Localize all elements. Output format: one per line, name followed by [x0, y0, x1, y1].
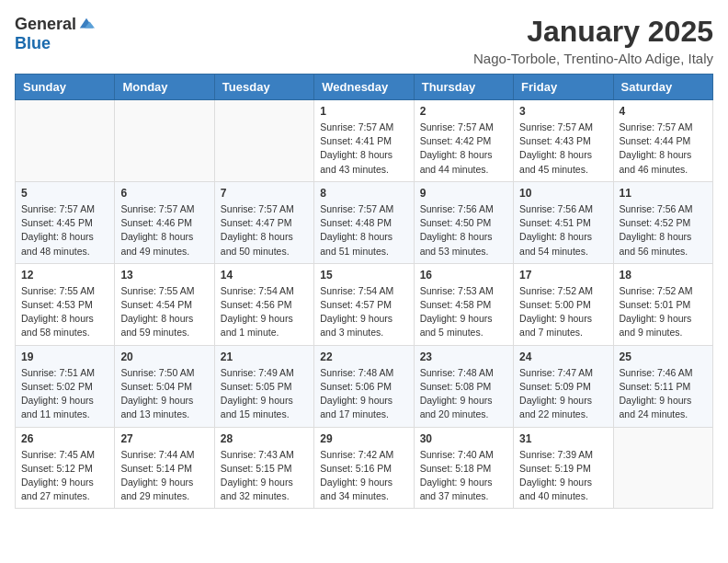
day-info: Sunrise: 7:40 AM Sunset: 5:18 PM Dayligh… — [420, 448, 507, 504]
day-info: Sunrise: 7:55 AM Sunset: 4:54 PM Dayligh… — [120, 284, 208, 340]
calendar-day-cell: 5Sunrise: 7:57 AM Sunset: 4:45 PM Daylig… — [16, 181, 115, 263]
day-number: 17 — [519, 269, 607, 282]
day-info: Sunrise: 7:55 AM Sunset: 4:53 PM Dayligh… — [21, 284, 108, 340]
calendar-day-cell: 14Sunrise: 7:54 AM Sunset: 4:56 PM Dayli… — [214, 263, 313, 345]
calendar-week-row: 5Sunrise: 7:57 AM Sunset: 4:45 PM Daylig… — [16, 181, 713, 263]
calendar-day-cell: 27Sunrise: 7:44 AM Sunset: 5:14 PM Dayli… — [115, 427, 214, 509]
day-info: Sunrise: 7:43 AM Sunset: 5:15 PM Dayligh… — [221, 448, 308, 504]
day-number: 11 — [620, 187, 707, 200]
calendar-day-cell: 15Sunrise: 7:54 AM Sunset: 4:57 PM Dayli… — [314, 263, 414, 345]
day-info: Sunrise: 7:44 AM Sunset: 5:14 PM Dayligh… — [120, 448, 208, 504]
calendar-day-cell: 20Sunrise: 7:50 AM Sunset: 5:04 PM Dayli… — [115, 345, 214, 427]
logo-blue-text: Blue — [15, 34, 51, 53]
weekday-header-cell: Monday — [115, 75, 214, 100]
calendar-week-row: 19Sunrise: 7:51 AM Sunset: 5:02 PM Dayli… — [16, 345, 713, 427]
day-number: 24 — [519, 350, 607, 363]
day-info: Sunrise: 7:52 AM Sunset: 5:00 PM Dayligh… — [519, 284, 607, 340]
calendar-day-cell: 22Sunrise: 7:48 AM Sunset: 5:06 PM Dayli… — [314, 345, 414, 427]
day-number: 21 — [221, 350, 308, 363]
day-info: Sunrise: 7:57 AM Sunset: 4:41 PM Dayligh… — [320, 121, 407, 177]
calendar-week-row: 12Sunrise: 7:55 AM Sunset: 4:53 PM Dayli… — [16, 263, 713, 345]
day-info: Sunrise: 7:57 AM Sunset: 4:48 PM Dayligh… — [320, 202, 407, 259]
day-info: Sunrise: 7:57 AM Sunset: 4:43 PM Dayligh… — [519, 121, 607, 177]
calendar-day-cell: 16Sunrise: 7:53 AM Sunset: 4:58 PM Dayli… — [414, 263, 513, 345]
calendar-day-cell — [115, 100, 214, 182]
day-number: 14 — [221, 269, 308, 282]
calendar-day-cell: 19Sunrise: 7:51 AM Sunset: 5:02 PM Dayli… — [16, 345, 115, 427]
day-info: Sunrise: 7:54 AM Sunset: 4:57 PM Dayligh… — [320, 284, 407, 340]
day-info: Sunrise: 7:53 AM Sunset: 4:58 PM Dayligh… — [420, 284, 507, 340]
calendar-week-row: 26Sunrise: 7:45 AM Sunset: 5:12 PM Dayli… — [16, 427, 713, 509]
calendar-title: January 2025 — [473, 15, 713, 49]
day-number: 22 — [320, 350, 407, 363]
calendar-day-cell: 25Sunrise: 7:46 AM Sunset: 5:11 PM Dayli… — [613, 345, 712, 427]
day-number: 27 — [120, 432, 208, 445]
day-number: 5 — [21, 187, 108, 200]
day-number: 7 — [221, 187, 308, 200]
calendar-day-cell: 4Sunrise: 7:57 AM Sunset: 4:44 PM Daylig… — [613, 100, 712, 182]
day-number: 31 — [519, 432, 607, 445]
day-number: 6 — [120, 187, 208, 200]
day-number: 8 — [320, 187, 407, 200]
day-number: 18 — [620, 269, 707, 282]
page-header: General Blue January 2025 Nago-Torbole, … — [15, 15, 713, 66]
day-number: 23 — [420, 350, 507, 363]
day-number: 30 — [420, 432, 507, 445]
day-info: Sunrise: 7:57 AM Sunset: 4:46 PM Dayligh… — [120, 202, 208, 259]
day-info: Sunrise: 7:52 AM Sunset: 5:01 PM Dayligh… — [620, 284, 707, 340]
day-info: Sunrise: 7:56 AM Sunset: 4:52 PM Dayligh… — [620, 202, 707, 259]
day-info: Sunrise: 7:54 AM Sunset: 4:56 PM Dayligh… — [221, 284, 308, 340]
day-info: Sunrise: 7:42 AM Sunset: 5:16 PM Dayligh… — [320, 448, 407, 504]
calendar-day-cell: 9Sunrise: 7:56 AM Sunset: 4:50 PM Daylig… — [414, 181, 513, 263]
day-info: Sunrise: 7:48 AM Sunset: 5:06 PM Dayligh… — [320, 366, 407, 422]
day-number: 9 — [420, 187, 507, 200]
day-info: Sunrise: 7:57 AM Sunset: 4:44 PM Dayligh… — [620, 121, 707, 177]
calendar-day-cell: 7Sunrise: 7:57 AM Sunset: 4:47 PM Daylig… — [214, 181, 313, 263]
day-number: 4 — [620, 105, 707, 118]
day-info: Sunrise: 7:56 AM Sunset: 4:50 PM Dayligh… — [420, 202, 507, 259]
day-info: Sunrise: 7:51 AM Sunset: 5:02 PM Dayligh… — [21, 366, 108, 422]
calendar-body: 1Sunrise: 7:57 AM Sunset: 4:41 PM Daylig… — [16, 100, 713, 509]
day-number: 26 — [21, 432, 108, 445]
day-number: 2 — [420, 105, 507, 118]
calendar-week-row: 1Sunrise: 7:57 AM Sunset: 4:41 PM Daylig… — [16, 100, 713, 182]
day-info: Sunrise: 7:39 AM Sunset: 5:19 PM Dayligh… — [519, 448, 607, 504]
logo: General Blue — [15, 15, 95, 53]
day-number: 1 — [320, 105, 407, 118]
calendar-day-cell: 21Sunrise: 7:49 AM Sunset: 5:05 PM Dayli… — [214, 345, 313, 427]
calendar-day-cell: 8Sunrise: 7:57 AM Sunset: 4:48 PM Daylig… — [314, 181, 414, 263]
day-info: Sunrise: 7:46 AM Sunset: 5:11 PM Dayligh… — [620, 366, 707, 422]
calendar-day-cell: 1Sunrise: 7:57 AM Sunset: 4:41 PM Daylig… — [314, 100, 414, 182]
day-info: Sunrise: 7:49 AM Sunset: 5:05 PM Dayligh… — [221, 366, 308, 422]
weekday-header-cell: Wednesday — [314, 75, 414, 100]
calendar-day-cell: 10Sunrise: 7:56 AM Sunset: 4:51 PM Dayli… — [514, 181, 613, 263]
calendar-day-cell: 17Sunrise: 7:52 AM Sunset: 5:00 PM Dayli… — [514, 263, 613, 345]
calendar-table: SundayMondayTuesdayWednesdayThursdayFrid… — [15, 74, 713, 509]
calendar-day-cell: 2Sunrise: 7:57 AM Sunset: 4:42 PM Daylig… — [414, 100, 513, 182]
day-number: 19 — [21, 350, 108, 363]
day-number: 10 — [519, 187, 607, 200]
day-info: Sunrise: 7:45 AM Sunset: 5:12 PM Dayligh… — [21, 448, 108, 504]
weekday-header-cell: Friday — [514, 75, 613, 100]
calendar-day-cell — [16, 100, 115, 182]
day-info: Sunrise: 7:57 AM Sunset: 4:47 PM Dayligh… — [221, 202, 308, 259]
day-number: 12 — [21, 269, 108, 282]
day-number: 29 — [320, 432, 407, 445]
title-section: January 2025 Nago-Torbole, Trentino-Alto… — [473, 15, 713, 66]
calendar-day-cell: 12Sunrise: 7:55 AM Sunset: 4:53 PM Dayli… — [16, 263, 115, 345]
day-number: 25 — [620, 350, 707, 363]
weekday-header-cell: Saturday — [613, 75, 712, 100]
day-number: 3 — [519, 105, 607, 118]
weekday-header-cell: Tuesday — [214, 75, 313, 100]
day-info: Sunrise: 7:47 AM Sunset: 5:09 PM Dayligh… — [519, 366, 607, 422]
logo-general-text: General — [15, 15, 76, 34]
weekday-header-cell: Thursday — [414, 75, 513, 100]
calendar-day-cell: 26Sunrise: 7:45 AM Sunset: 5:12 PM Dayli… — [16, 427, 115, 509]
day-info: Sunrise: 7:57 AM Sunset: 4:45 PM Dayligh… — [21, 202, 108, 259]
day-info: Sunrise: 7:48 AM Sunset: 5:08 PM Dayligh… — [420, 366, 507, 422]
calendar-day-cell — [214, 100, 313, 182]
calendar-day-cell: 11Sunrise: 7:56 AM Sunset: 4:52 PM Dayli… — [613, 181, 712, 263]
calendar-day-cell: 31Sunrise: 7:39 AM Sunset: 5:19 PM Dayli… — [514, 427, 613, 509]
calendar-day-cell: 29Sunrise: 7:42 AM Sunset: 5:16 PM Dayli… — [314, 427, 414, 509]
day-info: Sunrise: 7:56 AM Sunset: 4:51 PM Dayligh… — [519, 202, 607, 259]
